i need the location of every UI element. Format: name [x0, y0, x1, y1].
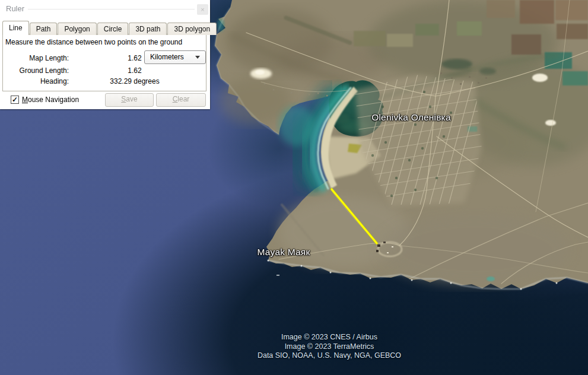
clear-button[interactable]: Clear	[156, 93, 206, 107]
units-dropdown[interactable]: Kilometers	[144, 50, 206, 64]
units-value: Kilometers	[150, 51, 184, 63]
ground-length-row: Ground Length: 1.62	[3, 66, 205, 75]
measure-description: Measure the distance between two points …	[5, 38, 182, 46]
dialog-title: Ruler	[6, 4, 24, 13]
ground-length-value: 1.62	[108, 66, 161, 75]
mouse-navigation-checkbox[interactable]: ✓	[11, 96, 19, 104]
save-button[interactable]: Save	[105, 93, 154, 107]
chevron-down-icon	[195, 56, 200, 59]
ruler-dialog: Ruler × LinePathPolygonCircle3D path3D p…	[0, 0, 210, 109]
heading-value: 332.29 degrees	[108, 77, 161, 85]
map-attribution: Image © 2023 CNES / Airbus Image © 2023 …	[211, 333, 448, 361]
mouse-navigation-label[interactable]: Mouse Navigation	[22, 96, 79, 104]
tab-circle[interactable]: Circle	[97, 23, 129, 35]
close-icon[interactable]: ×	[197, 4, 208, 15]
map-length-label: Map Length:	[3, 54, 69, 62]
attribution-line: Image © 2023 TerraMetrics	[211, 342, 448, 352]
tab-3d-path[interactable]: 3D path	[129, 23, 167, 35]
tab-page: Measure the distance between two points …	[2, 34, 206, 91]
heading-row: Heading: 332.29 degrees	[3, 77, 205, 85]
tab-bar: LinePathPolygonCircle3D path3D polygon	[2, 21, 217, 34]
attribution-line: Image © 2023 CNES / Airbus	[211, 333, 448, 342]
tab-3d-polygon[interactable]: 3D polygon	[167, 23, 217, 35]
heading-label: Heading:	[3, 77, 69, 85]
map-label-olenivka: Olenivka Оленівка	[355, 112, 468, 123]
tab-line[interactable]: Line	[2, 21, 29, 35]
title-divider	[28, 9, 195, 9]
tab-polygon[interactable]: Polygon	[58, 23, 96, 35]
map-label-mayak: Mayak Маяк	[236, 247, 331, 258]
ground-length-label: Ground Length:	[3, 66, 69, 75]
attribution-line: Data SIO, NOAA, U.S. Navy, NGA, GEBCO	[211, 351, 448, 361]
tab-path[interactable]: Path	[30, 23, 58, 35]
